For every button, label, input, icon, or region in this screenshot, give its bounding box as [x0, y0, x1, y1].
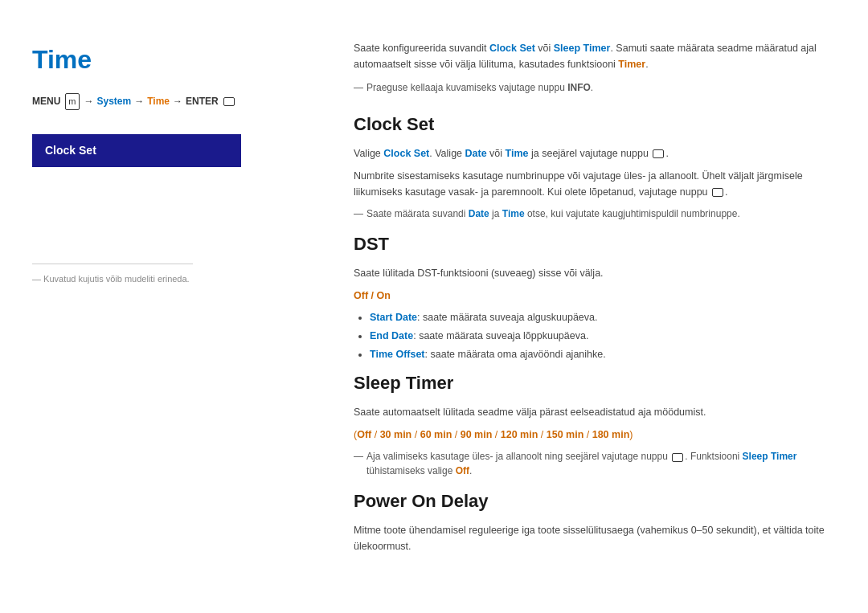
power-on-delay-title: Power On Delay [354, 488, 836, 514]
sleep-timer-options: (Off / 30 min / 60 min / 90 min / 120 mi… [354, 427, 836, 443]
menu-box-icon: m [65, 93, 79, 110]
arrow2: → [134, 94, 144, 108]
enter-label: ENTER [186, 94, 219, 108]
left-panel: Time MENU m → System → Time → ENTER Cloc… [32, 40, 305, 561]
arrow1: → [84, 94, 94, 108]
left-divider [32, 264, 193, 264]
cs-link3: Time [506, 148, 529, 159]
st-note-off: Off [456, 465, 469, 476]
dst-start-label: Start Date [370, 312, 417, 323]
dst-offset-label: Time Offset [370, 349, 425, 360]
intro-clock-set: Clock Set [489, 43, 535, 54]
dst-bullet-offset: Time Offset: saate määrata oma ajavööndi… [370, 347, 836, 362]
dst-options: Off / On [354, 288, 836, 304]
st-opt1: Off [357, 429, 371, 440]
clock-set-note: Saate määrata suvandi Date ja Time otse,… [354, 206, 836, 221]
arrow3: → [173, 94, 182, 108]
st-note-label: Sleep Timer [743, 451, 797, 462]
enter-icon [223, 97, 235, 106]
st-opt6: 150 min [547, 429, 584, 440]
dst-start-text: : saate määrata suveaja alguskuupäeva. [417, 312, 597, 323]
clock-set-menu-item[interactable]: Clock Set [32, 134, 241, 167]
image-note-dash: — [32, 274, 43, 284]
cs-link2: Date [465, 148, 487, 159]
clock-set-body1: Valige Clock Set. Valige Date või Time j… [354, 145, 836, 161]
intro-sleep-timer: Sleep Timer [554, 43, 611, 54]
clock-set-title: Clock Set [354, 111, 836, 137]
image-note: — Kuvatud kujutis võib mudeliti erineda. [32, 272, 305, 286]
dst-bullet-end: End Date: saate määrata suveaja lõppkuup… [370, 329, 836, 344]
intro-text: Saate konfigureerida suvandit Clock Set … [354, 40, 836, 72]
sleep-timer-title: Sleep Timer [354, 370, 836, 396]
dst-body: Saate lülitada DST-funktsiooni (suveaeg)… [354, 265, 836, 281]
time-link: Time [147, 94, 170, 108]
page-title: Time [32, 40, 305, 79]
st-opt5: 120 min [501, 429, 538, 440]
intro-timer: Timer [618, 59, 645, 70]
st-opt4: 90 min [461, 429, 493, 440]
enter-icon-st [672, 453, 683, 462]
enter-icon-cs2 [712, 188, 723, 197]
cs-note-date: Date [469, 208, 489, 219]
ui-menu[interactable]: Clock Set [32, 134, 305, 167]
power-on-delay-body: Mitme toote ühendamisel reguleerige iga … [354, 522, 836, 554]
menu-label: MENU [32, 94, 60, 108]
st-opt2: 30 min [380, 429, 412, 440]
dst-bullet-start: Start Date: saate määrata suveaja algusk… [370, 310, 836, 325]
info-label: INFO [567, 82, 591, 93]
dst-bullet-list: Start Date: saate määrata suveaja algusk… [370, 310, 836, 362]
sleep-timer-note: Aja valimiseks kasutage üles- ja allanoo… [354, 449, 836, 478]
sleep-timer-body: Saate automaatselt lülitada seadme välja… [354, 404, 836, 420]
dst-title: DST [354, 231, 836, 257]
cs-note-time: Time [502, 208, 525, 219]
dst-end-text: : saate määrata suveaja lõppkuupäeva. [413, 330, 588, 341]
cs-link1: Clock Set [383, 148, 429, 159]
st-opt3: 60 min [420, 429, 452, 440]
dst-end-label: End Date [370, 330, 413, 341]
st-opt7: 180 min [592, 429, 630, 440]
intro-note: Praeguse kellaaja kuvamiseks vajutage nu… [354, 80, 836, 95]
system-link: System [97, 94, 132, 108]
dst-offset-text: : saate määrata oma ajavööndi ajanihke. [425, 349, 606, 360]
clock-set-body2: Numbrite sisestamiseks kasutage numbrinu… [354, 168, 836, 200]
right-panel: Saate konfigureerida suvandit Clock Set … [338, 40, 836, 561]
menu-path: MENU m → System → Time → ENTER [32, 93, 305, 110]
enter-icon-cs1 [653, 149, 664, 158]
